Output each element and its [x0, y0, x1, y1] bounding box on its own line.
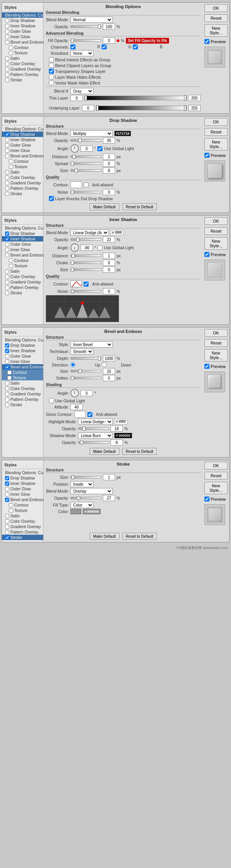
reset-button-1[interactable]: Reset	[204, 14, 228, 22]
new-style-button-3[interactable]: New Style...	[204, 237, 228, 250]
is-curve-editor[interactable]	[46, 295, 119, 322]
styles-item-contour-5[interactable]: Contour	[2, 502, 43, 508]
styles-item-bevel[interactable]: Bevel and Emboss	[2, 39, 43, 45]
styles-item-outer-glow-5[interactable]: Outer Glow	[2, 486, 43, 491]
preview-check-3[interactable]	[204, 252, 209, 257]
stroke-check-2[interactable]	[5, 192, 9, 196]
this-layer-max[interactable]	[188, 95, 201, 101]
ds-layer-knocks-check[interactable]	[49, 196, 54, 201]
stroke-position-select[interactable]: Inside	[70, 481, 94, 487]
drop-shadow-check[interactable]	[5, 19, 9, 23]
be-shadow-mode-select[interactable]: Linear Burn	[78, 432, 113, 439]
outer-glow-check-5[interactable]	[5, 487, 9, 491]
be-depth-input[interactable]	[103, 355, 115, 361]
preview-check-1[interactable]	[204, 39, 209, 44]
texture-check-5[interactable]	[9, 508, 13, 513]
pattern-overlay-check-5[interactable]	[5, 530, 9, 534]
stroke-check-3[interactable]	[5, 291, 9, 295]
blend-if-select[interactable]: Gray	[70, 88, 94, 94]
ds-global-light-check[interactable]	[97, 146, 102, 151]
styles-item-outer-glow-3[interactable]: Outer Glow	[2, 241, 43, 247]
stroke-fill-type-select[interactable]: Color	[70, 502, 94, 508]
transparency-check[interactable]	[49, 69, 54, 74]
be-altitude-input[interactable]	[70, 404, 83, 410]
contour-check-3[interactable]	[9, 258, 13, 263]
styles-item-outer-glow-2[interactable]: Outer Glow	[2, 142, 43, 148]
inner-glow-check-4[interactable]	[5, 360, 9, 364]
channel-g-check[interactable]	[102, 44, 107, 49]
is-choke-input[interactable]	[103, 260, 115, 266]
inner-glow-check-3[interactable]	[5, 248, 9, 252]
styles-item-stroke-3[interactable]: Stroke	[2, 290, 43, 296]
inner-shadow-check-3[interactable]	[5, 237, 9, 241]
ok-button-4[interactable]: OK	[204, 329, 228, 337]
is-contour-preview[interactable]	[70, 280, 82, 287]
gradient-overlay-check-3[interactable]	[5, 280, 9, 284]
texture-check-2[interactable]	[9, 165, 13, 169]
ds-angle-dial[interactable]	[70, 144, 79, 153]
styles-item-pattern-overlay-5[interactable]: Pattern Overlay	[2, 529, 43, 535]
be-highlight-opacity-slider[interactable]	[78, 427, 109, 430]
styles-item-bevel-2[interactable]: Bevel and Emboss	[2, 153, 43, 159]
is-blend-mode-select[interactable]: Linear Dodge (Add)	[70, 230, 109, 236]
drop-shadow-check-3[interactable]	[5, 231, 9, 236]
contour-check[interactable]	[9, 46, 13, 50]
be-anti-aliased-check[interactable]	[87, 412, 92, 417]
pattern-overlay-check[interactable]	[5, 73, 9, 77]
is-angle-input[interactable]	[80, 245, 93, 251]
gradient-overlay-check-5[interactable]	[5, 525, 9, 529]
bevel-check-2[interactable]	[5, 154, 9, 158]
styles-item-drop-shadow[interactable]: Drop Shadow	[2, 18, 43, 23]
be-make-default[interactable]: Make Default	[90, 448, 119, 455]
gradient-overlay-check[interactable]	[5, 67, 9, 71]
satin-check-4[interactable]	[5, 381, 9, 385]
underlying-gradient[interactable]	[96, 106, 187, 110]
stroke-check-5[interactable]	[5, 535, 9, 540]
is-anti-aliased-check[interactable]	[84, 282, 89, 287]
styles-item-inner-glow-5[interactable]: Inner Glow	[2, 491, 43, 497]
styles-item-gradient-overlay-5[interactable]: Gradient Overlay	[2, 524, 43, 529]
pattern-overlay-check-3[interactable]	[5, 285, 9, 290]
channel-r-check[interactable]	[70, 44, 75, 49]
outer-glow-check-4[interactable]	[5, 354, 9, 358]
inner-glow-check-5[interactable]	[5, 492, 9, 496]
bevel-check-5[interactable]	[5, 498, 9, 502]
styles-item-outer-glow[interactable]: Outer Glow	[2, 29, 43, 34]
be-global-light-check[interactable]	[49, 398, 54, 403]
underlying-min[interactable]	[82, 105, 94, 111]
contour-check-2[interactable]	[9, 159, 13, 164]
be-highlight-color[interactable]: # ffffff	[114, 419, 127, 424]
drop-shadow-check-2[interactable]	[5, 132, 9, 137]
styles-item-color-overlay-2[interactable]: Color Overlay	[2, 175, 43, 180]
be-reset-default[interactable]: Reset to Default	[122, 448, 157, 455]
be-angle-input[interactable]	[80, 390, 93, 396]
styles-item-gradient-overlay-4[interactable]: Gradient Overlay	[2, 391, 43, 397]
satin-check-5[interactable]	[5, 514, 9, 518]
styles-item-color-overlay-5[interactable]: Color Overlay	[2, 518, 43, 524]
stroke-size-input[interactable]	[103, 474, 115, 480]
be-size-slider[interactable]	[70, 370, 101, 372]
contour-check-5[interactable]	[9, 503, 13, 507]
styles-item-bevel-5[interactable]: Bevel and Emboss	[2, 497, 43, 502]
fill-opacity-slider[interactable]	[70, 39, 101, 42]
inner-shadow-check-4[interactable]	[5, 349, 9, 353]
reset-button-5[interactable]: Reset	[204, 472, 228, 480]
styles-item-drop-shadow-4[interactable]: Drop Shadow	[2, 343, 43, 348]
be-technique-select[interactable]: Smooth	[70, 348, 94, 355]
color-overlay-check-4[interactable]	[5, 387, 9, 391]
ds-angle-input[interactable]	[80, 145, 93, 152]
styles-item-texture-5[interactable]: Texture	[2, 508, 43, 513]
gradient-overlay-check-2[interactable]	[5, 181, 9, 185]
contour-check-4[interactable]	[7, 370, 12, 375]
styles-item-inner-shadow-5[interactable]: Inner Shadow	[2, 481, 43, 486]
pattern-overlay-check-4[interactable]	[5, 397, 9, 402]
styles-item-color-overlay-3[interactable]: Color Overlay	[2, 274, 43, 279]
ds-opacity-input[interactable]	[103, 137, 115, 144]
styles-item-drop-shadow-2[interactable]: Drop Shadow	[2, 132, 43, 137]
styles-item-inner-glow-4[interactable]: Inner Glow	[2, 359, 43, 364]
ds-anti-aliased-check[interactable]	[84, 182, 89, 187]
this-layer-min[interactable]	[70, 95, 83, 101]
styles-item-inner-glow[interactable]: Inner Glow	[2, 34, 43, 39]
inner-shadow-check-5[interactable]	[5, 481, 9, 486]
styles-item-color-overlay[interactable]: Color Overlay	[2, 61, 43, 66]
